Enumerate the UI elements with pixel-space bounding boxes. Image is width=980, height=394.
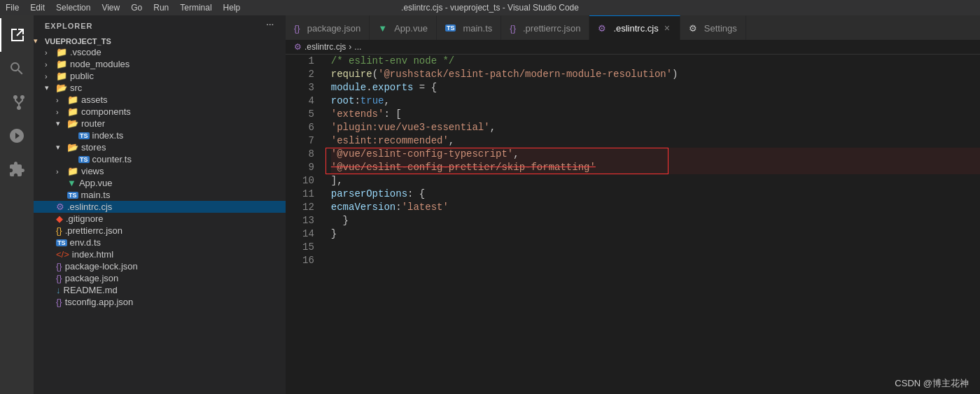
editor-body[interactable]: 12345678910111213141516 /* eslint-env no… [286,55,980,394]
tree-label: .vscode [70,47,102,57]
folder-icon: 📂 [56,83,67,93]
tree-label: .gitignore [66,213,103,224]
activity-run-debug[interactable] [0,119,34,153]
line-number-8: 8 [302,148,314,161]
code-line-15: } [331,227,980,241]
tree-label: tsconfig.app.json [65,297,134,307]
folder-icon: 📂 [67,118,78,129]
sidebar-item-gitignore[interactable]: ◆.gitignore [34,213,286,225]
menu-file[interactable]: File [0,3,24,13]
sidebar-item-vueproject_ts[interactable]: ▾VUEPROJECT_TS [34,36,286,46]
sidebar-item-package_lock[interactable]: {}package-lock.json [34,260,286,272]
git-icon: ◆ [56,213,63,224]
code-line-2: require('@rushstack/eslint-patch/modern-… [331,68,980,81]
tree-arrow: ▾ [56,143,67,152]
sidebar-item-index_html[interactable]: </>index.html [34,248,286,260]
tab-bar: {}package.json▼App.vueTSmain.ts{}.pretti… [286,15,980,40]
line-number-2: 2 [302,68,314,81]
tab-label: Settings [704,23,737,34]
breadcrumb-file: .eslintrc.cjs [304,42,346,52]
tree-arrow: ▾ [56,119,67,128]
sidebar-more-icon[interactable]: ⋯ [266,21,274,30]
tree-label: env.d.ts [70,237,102,248]
breadcrumb-separator: › [349,42,351,52]
sidebar-item-stores[interactable]: ▾📂stores [34,141,286,153]
tab-label: App.vue [394,23,428,34]
menu-selection[interactable]: Selection [50,3,96,13]
explorer-label: EXPLORER [45,22,93,30]
menu-edit[interactable]: Edit [24,3,50,13]
tree-label: router [81,118,105,129]
activity-source-control[interactable] [0,85,34,119]
tab-prettierrc_json[interactable]: {}.prettierrc.json [501,15,589,40]
tree-label: .eslintrc.cjs [67,202,112,212]
tab-package_json[interactable]: {}package.json [286,15,370,40]
tab-close[interactable]: × [663,21,671,35]
sidebar-item-node_modules[interactable]: ›📁node_modules [34,58,286,70]
menu-run[interactable]: Run [148,3,174,13]
code-line-6: 'extends': [ [331,108,980,121]
ts-icon: TS [78,132,90,139]
ts-icon: TS [78,156,90,163]
tab-label: main.ts [463,23,492,34]
sidebar-item-readme[interactable]: ↓README.md [34,284,286,296]
tree-label: counter.ts [92,154,132,164]
folder-icon: 📁 [67,106,78,117]
sidebar-item-assets[interactable]: ›📁assets [34,94,286,106]
sidebar-item-prettierrc[interactable]: {}.prettierrc.json [34,225,286,237]
sidebar-item-package_json[interactable]: {}package.json [34,272,286,284]
tree-label: views [81,166,104,176]
line-number-9: 9 [302,161,314,174]
sidebar-item-router[interactable]: ▾📂router [34,118,286,129]
tree-label: package.json [65,273,119,283]
tree-arrow: › [45,72,56,80]
activity-search[interactable] [0,52,34,85]
folder-icon: 📁 [56,71,67,81]
titlebar-menu[interactable]: File Edit Selection View Go Run Terminal… [0,0,246,15]
sidebar-item-components[interactable]: ›📁components [34,106,286,118]
menu-help[interactable]: Help [218,3,246,13]
sidebar-item-index_ts_router[interactable]: TSindex.ts [34,129,286,141]
tab-settings[interactable]: ⚙Settings [680,15,746,40]
sidebar-header: EXPLORER ⋯ [34,15,286,36]
menu-go[interactable]: Go [125,3,148,13]
tree-label: assets [81,94,108,105]
sidebar-item-views[interactable]: ›📁views [34,165,286,177]
menu-view[interactable]: View [96,3,125,13]
sidebar-item-env_d[interactable]: TSenv.d.ts [34,237,286,248]
tree-label: VUEPROJECT_TS [45,37,111,45]
line-number-1: 1 [302,55,314,68]
tree-arrow: ▾ [34,36,45,45]
sidebar-item-main_ts[interactable]: TSmain.ts [34,189,286,201]
code-line-7: 'plugin:vue/vue3-essential', [331,121,980,134]
code-line-13: ecmaVersion: 'latest' [331,201,980,214]
tab-label: package.json [307,23,361,34]
editor-area: {}package.json▼App.vueTSmain.ts{}.pretti… [286,15,980,394]
json-icon: {} [56,273,62,283]
tab-label: .prettierrc.json [523,23,580,34]
sidebar-item-vscode[interactable]: ›📁.vscode [34,46,286,58]
tab-app_vue[interactable]: ▼App.vue [370,15,437,40]
tree-label: package-lock.json [65,261,138,272]
line-number-6: 6 [302,121,314,134]
code-content[interactable]: /* eslint-env node */require('@rushstack… [326,55,980,394]
sidebar-item-tsconfig[interactable]: {}tsconfig.app.json [34,296,286,308]
tab-main_ts[interactable]: TSmain.ts [437,15,501,40]
menu-terminal[interactable]: Terminal [174,3,217,13]
sidebar-item-public[interactable]: ›📁public [34,70,286,82]
sidebar-item-counter_ts[interactable]: TScounter.ts [34,153,286,165]
activity-extensions[interactable] [0,153,34,186]
tree-label: src [70,83,82,93]
sidebar-item-eslintrc[interactable]: ⚙.eslintrc.cjs [34,201,286,213]
eslint-icon: ⚙ [56,202,64,212]
sidebar-item-app_vue[interactable]: ▼App.vue [34,177,286,189]
tab-eslintrc_cjs[interactable]: ⚙.eslintrc.cjs× [589,15,680,40]
activity-explorer[interactable] [0,18,34,52]
tree-arrow: › [56,96,67,104]
tree-arrow: › [56,167,67,176]
tree-arrow: › [56,108,67,116]
code-line-4: module.exports = { [331,81,980,94]
ts-icon: TS [56,239,67,246]
prettier-icon: {} [56,225,62,236]
sidebar-item-src[interactable]: ▾📂src [34,82,286,94]
